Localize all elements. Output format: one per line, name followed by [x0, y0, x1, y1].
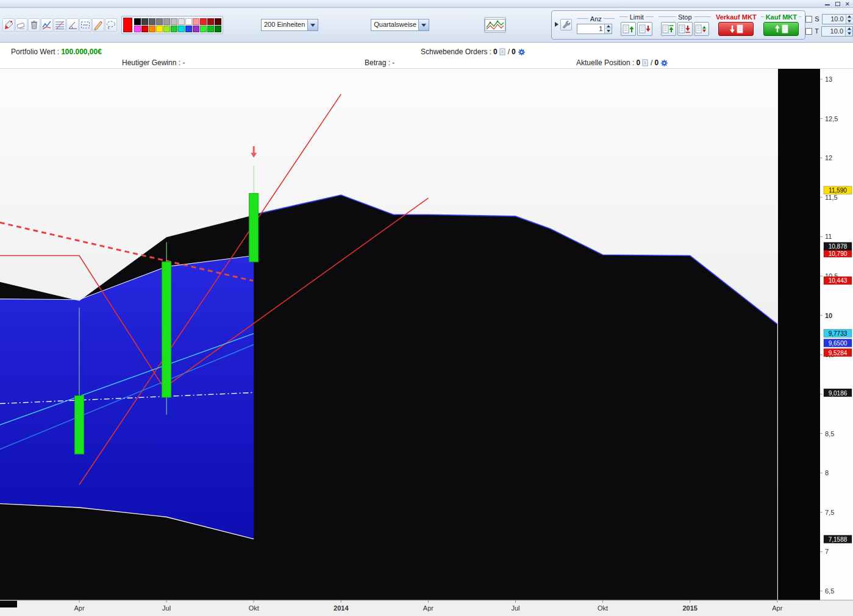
pattern-detection-button[interactable] — [484, 17, 506, 33]
s-up-icon[interactable] — [846, 15, 853, 19]
position-gear-icon[interactable] — [660, 59, 668, 67]
amount: Betrag : - — [365, 58, 394, 67]
color-swatch[interactable] — [149, 18, 155, 25]
color-swatch[interactable] — [215, 18, 221, 25]
units-dropdown-arrow-icon[interactable] — [307, 19, 318, 30]
svg-text:11,5: 11,5 — [825, 194, 838, 201]
quantity-up-icon[interactable] — [605, 24, 612, 29]
color-swatch[interactable] — [193, 26, 199, 32]
limit-label: Limit — [619, 13, 654, 21]
buy-market-button[interactable] — [763, 22, 799, 36]
current-position-count2: 0 — [654, 58, 658, 67]
color-swatch[interactable] — [207, 26, 214, 32]
svg-text:12: 12 — [825, 154, 832, 161]
zoom-rect-tool-button[interactable] — [79, 18, 91, 32]
s-value: 10.0 — [823, 15, 846, 24]
chart-area: 1312,51211,51110,5109,598,587,576,57,158… — [0, 69, 853, 616]
position-list-icon[interactable] — [642, 59, 649, 66]
color-swatch[interactable] — [185, 26, 192, 32]
price-chart[interactable]: 1312,51211,51110,5109,598,587,576,57,158… — [0, 69, 853, 616]
color-swatch[interactable] — [193, 18, 199, 25]
color-swatch[interactable] — [156, 18, 163, 25]
lasso-icon — [105, 19, 116, 30]
svg-text:Apr: Apr — [74, 604, 84, 612]
color-swatch[interactable] — [185, 18, 192, 25]
buy-limit-icon — [623, 24, 635, 34]
sell-market-group: Verkauf MKT — [716, 13, 756, 36]
fibonacci-tool-button[interactable] — [54, 18, 66, 32]
svg-text:Jul: Jul — [511, 604, 519, 612]
verkauf-mkt-label: Verkauf MKT — [716, 13, 756, 21]
color-swatch[interactable] — [215, 26, 221, 32]
panel-expand-icon[interactable] — [555, 22, 559, 27]
color-swatch[interactable] — [178, 26, 185, 32]
fibonacci-icon — [54, 19, 65, 30]
portfolio-value: 100.000,00€ — [61, 48, 102, 56]
color-swatch[interactable] — [171, 18, 177, 25]
color-swatch[interactable] — [163, 18, 170, 25]
color-swatch[interactable] — [149, 26, 155, 32]
angle-icon — [67, 19, 78, 30]
buy-market-group: Kauf MKT — [761, 13, 801, 36]
sell-limit-button[interactable] — [637, 22, 652, 36]
orders-gear-icon[interactable] — [518, 48, 526, 56]
svg-text:11,590: 11,590 — [829, 187, 847, 194]
s-down-icon[interactable] — [846, 19, 853, 24]
color-swatch[interactable] — [207, 18, 214, 25]
s-value-stepper[interactable]: 10.0 — [822, 14, 853, 24]
stop-limit-icon — [695, 24, 707, 34]
period-dropdown[interactable]: Quartalsweise — [371, 19, 429, 31]
quantity-stepper[interactable]: 1 — [577, 24, 612, 34]
t-checkbox[interactable] — [805, 28, 812, 35]
pending-orders-count2: 0 — [512, 48, 516, 56]
t-down-icon[interactable] — [846, 32, 852, 36]
marker-pen-tool-button[interactable] — [2, 18, 15, 32]
angle-tool-button[interactable] — [66, 18, 79, 32]
stop-limit-button[interactable] — [694, 22, 709, 36]
t-up-icon[interactable] — [846, 27, 852, 32]
quantity-down-icon[interactable] — [605, 29, 612, 34]
anz-label: Anz — [577, 15, 615, 23]
order-settings-button[interactable] — [560, 19, 572, 30]
stop-settings-block: S 10.0 T 10.0 — [805, 14, 853, 37]
units-dropdown[interactable]: 200 Einheiten — [261, 19, 318, 31]
svg-text:6,5: 6,5 — [825, 587, 834, 595]
color-swatch[interactable] — [134, 26, 141, 32]
svg-text:9,7733: 9,7733 — [829, 330, 848, 337]
candle-body — [75, 396, 84, 455]
buy-limit-button[interactable] — [621, 22, 636, 36]
close-icon[interactable]: × — [846, 1, 849, 7]
orders-list-icon[interactable] — [499, 48, 506, 55]
t-value-stepper[interactable]: 10.0 — [821, 26, 853, 37]
color-swatch[interactable] — [141, 26, 148, 32]
main-toolbar: 200 Einheiten Quartalsweise Anz 1 Limit — [0, 8, 853, 43]
color-swatch[interactable] — [200, 18, 207, 25]
color-swatch[interactable] — [178, 18, 185, 25]
period-dropdown-arrow-icon[interactable] — [418, 19, 429, 30]
color-swatch[interactable] — [141, 18, 148, 25]
eraser-tool-button[interactable] — [15, 18, 27, 32]
sell-stop-icon — [679, 24, 691, 34]
color-swatch[interactable] — [156, 26, 163, 32]
restore-icon[interactable] — [835, 2, 840, 6]
color-swatch[interactable] — [163, 26, 170, 32]
units-dropdown-value: 200 Einheiten — [262, 19, 307, 30]
sell-market-button[interactable] — [718, 22, 754, 36]
color-swatch[interactable] — [171, 26, 177, 32]
sell-stop-button[interactable] — [677, 22, 693, 36]
color-swatch[interactable] — [200, 26, 207, 32]
svg-text:Okt: Okt — [598, 604, 608, 612]
minimize-icon[interactable] — [825, 4, 830, 5]
trash-tool-button[interactable] — [28, 18, 40, 32]
zigzag-tool-button[interactable] — [41, 18, 53, 32]
pencil-tool-button[interactable] — [92, 18, 104, 32]
eraser-icon — [16, 19, 27, 30]
svg-text:Okt: Okt — [249, 604, 259, 612]
buy-stop-button[interactable] — [661, 22, 676, 36]
lasso-tool-button[interactable] — [105, 18, 117, 32]
pending-orders-count: 0 — [493, 48, 498, 56]
color-swatch[interactable] — [134, 18, 141, 25]
primary-color-swatch[interactable] — [123, 18, 132, 32]
color-palette — [121, 16, 223, 34]
s-checkbox[interactable] — [805, 16, 812, 23]
